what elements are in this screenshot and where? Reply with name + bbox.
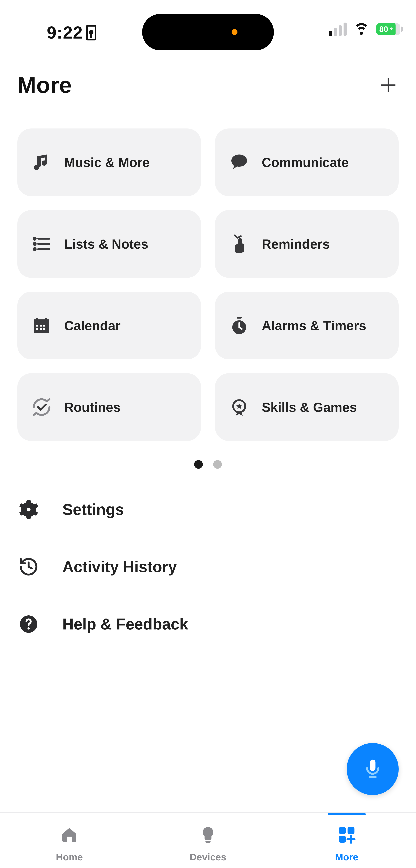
page-indicator[interactable] — [0, 460, 416, 469]
battery-percent: 80 — [376, 25, 388, 34]
alarm-clock-icon — [227, 313, 251, 338]
tile-label: Reminders — [262, 237, 330, 252]
help-icon — [18, 613, 40, 636]
row-label: Help & Feedback — [62, 615, 188, 633]
status-right-group: 80 — [329, 23, 401, 36]
tile-label: Routines — [64, 400, 120, 415]
status-time-group: 9:22 — [47, 23, 96, 42]
page-header: More — [0, 62, 416, 107]
tab-label: More — [335, 851, 358, 863]
music-note-icon — [30, 150, 54, 175]
tile-reminders[interactable]: Reminders — [215, 210, 398, 278]
svg-rect-12 — [36, 324, 38, 327]
dynamic-island — [142, 14, 274, 50]
tile-alarms-timers[interactable]: Alarms & Timers — [215, 292, 398, 359]
svg-rect-27 — [339, 827, 346, 834]
svg-rect-17 — [43, 328, 45, 330]
voice-assistant-button[interactable] — [347, 743, 398, 795]
tile-label: Music & More — [64, 155, 150, 170]
skills-badge-icon — [227, 395, 251, 419]
battery-indicator: 80 — [376, 23, 401, 35]
tile-routines[interactable]: Routines — [18, 373, 201, 441]
svg-rect-13 — [40, 324, 42, 327]
tab-devices[interactable]: Devices — [139, 813, 277, 868]
svg-rect-29 — [339, 836, 346, 843]
svg-rect-15 — [36, 328, 38, 330]
tile-communicate[interactable]: Communicate — [215, 128, 398, 196]
svg-point-23 — [28, 627, 30, 630]
page-title: More — [18, 72, 72, 98]
svg-rect-18 — [237, 317, 242, 318]
page-dot-0[interactable] — [194, 460, 203, 469]
portrait-lock-icon — [86, 25, 96, 40]
history-icon — [18, 556, 40, 578]
grid-plus-icon — [336, 824, 358, 846]
tile-music-and-more[interactable]: Music & More — [18, 128, 201, 196]
reminder-hand-icon — [227, 232, 251, 256]
tab-label: Devices — [189, 851, 227, 863]
page-dot-1[interactable] — [213, 460, 222, 469]
svg-point-4 — [34, 243, 36, 245]
routines-icon — [30, 395, 54, 419]
tile-skills-games[interactable]: Skills & Games — [215, 373, 398, 441]
status-bar: 9:22 80 — [0, 0, 416, 52]
row-label: Settings — [62, 501, 124, 519]
svg-point-2 — [34, 238, 36, 240]
tile-lists-notes[interactable]: Lists & Notes — [18, 210, 201, 278]
tile-label: Lists & Notes — [64, 237, 148, 252]
row-activity-history[interactable]: Activity History — [18, 556, 398, 578]
svg-rect-9 — [34, 319, 49, 323]
svg-rect-24 — [370, 760, 376, 771]
microphone-icon — [361, 758, 384, 780]
svg-rect-16 — [40, 328, 42, 330]
svg-rect-28 — [348, 827, 354, 834]
calendar-icon — [30, 313, 54, 338]
bulb-icon — [197, 824, 219, 846]
add-button[interactable] — [378, 75, 398, 95]
svg-rect-14 — [43, 324, 45, 327]
row-settings[interactable]: Settings — [18, 498, 398, 521]
svg-point-21 — [27, 507, 31, 512]
tile-label: Skills & Games — [262, 400, 357, 415]
gear-icon — [18, 498, 40, 521]
svg-rect-26 — [205, 841, 211, 843]
cellular-signal-icon — [329, 23, 347, 36]
tab-label: Home — [56, 851, 83, 863]
tab-home[interactable]: Home — [0, 813, 139, 868]
home-icon — [58, 824, 80, 846]
plus-icon — [379, 75, 398, 95]
row-help-feedback[interactable]: Help & Feedback — [18, 613, 398, 636]
speech-bubble-icon — [227, 150, 251, 175]
tab-more[interactable]: More — [277, 813, 416, 868]
status-time: 9:22 — [47, 23, 83, 42]
tile-label: Communicate — [262, 155, 349, 170]
wifi-icon — [354, 23, 369, 35]
charging-bolt-icon — [389, 25, 394, 33]
tab-active-indicator — [327, 813, 366, 815]
tile-calendar[interactable]: Calendar — [18, 292, 201, 359]
svg-point-6 — [34, 248, 36, 250]
list-icon — [30, 232, 54, 256]
tile-label: Calendar — [64, 318, 120, 333]
tile-label: Alarms & Timers — [262, 318, 366, 333]
bottom-tab-bar: HomeDevicesMore — [0, 812, 416, 868]
row-label: Activity History — [62, 558, 177, 576]
